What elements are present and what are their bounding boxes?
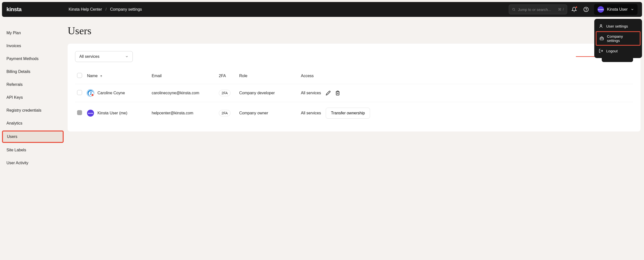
table-row: Caroline Coyne carolinecoyne@kinsta.com … — [75, 84, 633, 102]
page-title: Users — [68, 25, 640, 37]
notification-dot — [576, 6, 577, 8]
sidebar-item-user-activity[interactable]: User Activity — [2, 157, 65, 169]
delete-icon[interactable] — [335, 91, 340, 96]
sidebar-item-site-labels[interactable]: Site Labels — [2, 144, 65, 156]
search-placeholder: Jump to or search... — [518, 7, 555, 12]
brand-logo[interactable]: kinsta — [6, 6, 69, 13]
notifications-button[interactable] — [569, 4, 579, 14]
chevron-down-icon — [630, 8, 634, 11]
sidebar-item-registry-credentials[interactable]: Registry credentials — [2, 105, 65, 116]
help-button[interactable] — [581, 4, 591, 14]
column-header-email[interactable]: Email — [150, 69, 217, 84]
users-table: Name Email 2FA Role Access — [75, 69, 633, 124]
user-dropdown: User settings Company settings Logout — [594, 19, 642, 58]
dropdown-logout[interactable]: Logout — [594, 46, 642, 56]
twofa-badge: 2FA — [219, 90, 230, 96]
sidebar-item-label: Users — [7, 134, 18, 139]
svg-point-0 — [513, 8, 515, 10]
avatar-warning-badge — [91, 94, 94, 97]
topbar: kinsta Kinsta Help Center / Company sett… — [2, 2, 642, 17]
sidebar-item-label: Referrals — [6, 82, 23, 87]
breadcrumb-sep: / — [106, 7, 106, 12]
filter-label: All services — [79, 54, 100, 59]
row-checkbox[interactable] — [77, 110, 82, 115]
user-role-cell: Company developer — [237, 84, 299, 102]
logout-icon — [599, 49, 603, 53]
user-name: Kinsta User — [607, 7, 628, 12]
sidebar-item-analytics[interactable]: Analytics — [2, 118, 65, 129]
users-card: All services Invite users Name Email — [68, 44, 640, 131]
sidebar-item-label: Invoices — [6, 44, 21, 48]
select-all-checkbox[interactable] — [77, 73, 82, 78]
dropdown-company-settings[interactable]: Company settings — [596, 31, 640, 46]
sidebar-item-users[interactable]: Users — [2, 130, 64, 143]
briefcase-icon — [600, 36, 604, 41]
user-email-cell: carolinecoyne@kinsta.com — [150, 84, 217, 102]
user-name-cell: Caroline Coyne — [98, 91, 125, 95]
sidebar-item-label: Site Labels — [6, 148, 26, 152]
avatar: kinsta — [87, 110, 94, 117]
column-header-role[interactable]: Role — [237, 69, 299, 84]
search-icon — [512, 8, 516, 11]
sidebar-item-label: Payment Methods — [6, 57, 38, 61]
main-content: Users All services Invite users Name — [65, 19, 644, 170]
svg-point-3 — [600, 24, 602, 26]
search-input[interactable]: Jump to or search... ⌘ / — [509, 4, 567, 14]
user-icon — [599, 24, 603, 28]
breadcrumb: Kinsta Help Center / Company settings — [69, 7, 142, 12]
dropdown-item-label: Logout — [606, 49, 618, 53]
row-checkbox[interactable] — [77, 90, 82, 95]
sidebar-item-referrals[interactable]: Referrals — [2, 79, 65, 90]
sidebar-item-label: My Plan — [6, 31, 21, 35]
search-kbd: ⌘ / — [558, 7, 564, 11]
sidebar-item-label: Registry credentials — [6, 108, 42, 112]
dropdown-item-label: User settings — [606, 24, 628, 28]
sidebar-item-api-keys[interactable]: API Keys — [2, 92, 65, 103]
breadcrumb-link-2[interactable]: Company settings — [110, 7, 142, 12]
sidebar-item-billing-details[interactable]: Billing Details — [2, 66, 65, 77]
dropdown-item-label: Company settings — [607, 34, 637, 43]
avatar — [87, 90, 94, 97]
sidebar: My Plan Invoices Payment Methods Billing… — [0, 19, 65, 170]
user-access-cell: All services — [299, 84, 324, 102]
chevron-down-icon — [125, 55, 128, 58]
svg-point-2 — [586, 10, 586, 11]
edit-icon[interactable] — [326, 91, 331, 96]
sidebar-item-invoices[interactable]: Invoices — [2, 40, 65, 52]
user-role-cell: Company owner — [237, 102, 299, 124]
sidebar-item-label: Billing Details — [6, 69, 30, 74]
user-email-cell: helpcenter@kinsta.com — [150, 102, 217, 124]
user-menu-button[interactable]: kinsta Kinsta User — [594, 4, 638, 15]
user-name-cell: Kinsta User (me) — [98, 111, 127, 115]
sidebar-item-my-plan[interactable]: My Plan — [2, 27, 65, 39]
help-icon — [583, 7, 589, 12]
sidebar-item-label: API Keys — [6, 95, 23, 100]
sort-asc-icon — [100, 75, 103, 78]
twofa-badge: 2FA — [219, 110, 230, 116]
column-header-access[interactable]: Access — [299, 69, 324, 84]
user-access-cell: All services — [299, 102, 324, 124]
column-header-name[interactable]: Name — [85, 69, 150, 84]
breadcrumb-link-1[interactable]: Kinsta Help Center — [69, 7, 102, 12]
sidebar-item-payment-methods[interactable]: Payment Methods — [2, 53, 65, 65]
dropdown-user-settings[interactable]: User settings — [594, 21, 642, 31]
transfer-ownership-button[interactable]: Transfer ownership — [326, 108, 370, 119]
table-row: kinsta Kinsta User (me) helpcenter@kinst… — [75, 102, 633, 124]
avatar: kinsta — [598, 6, 604, 13]
services-filter[interactable]: All services — [75, 51, 133, 62]
svg-point-7 — [90, 92, 92, 93]
column-header-2fa[interactable]: 2FA — [217, 69, 237, 84]
sidebar-item-label: User Activity — [6, 161, 28, 165]
sidebar-item-label: Analytics — [6, 121, 22, 125]
